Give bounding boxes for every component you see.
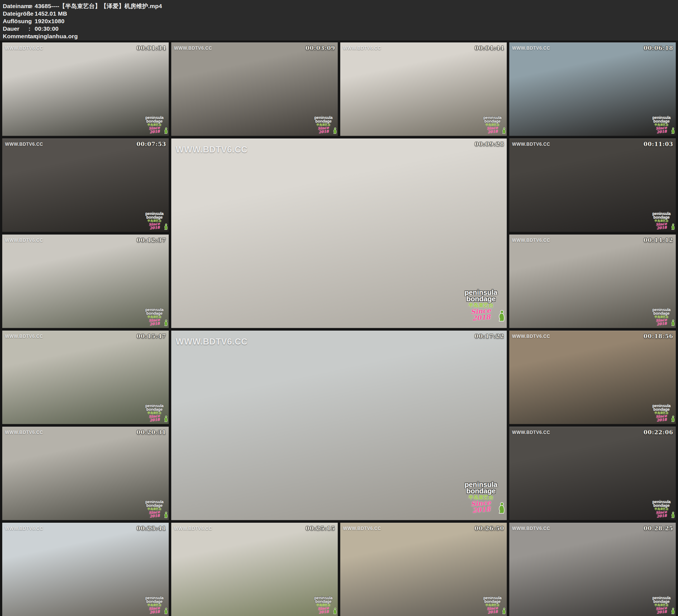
- meta-label: Dauer: [3, 25, 29, 32]
- timestamp-label: 00:17:22: [475, 333, 504, 340]
- video-thumbnail-1[interactable]: WWW.BDTV6.CC 00:01:34 peninsula bondage …: [2, 42, 169, 136]
- kneeling-figure-icon: [332, 127, 337, 134]
- studio-logo: peninsula bondage 半岛束艺台 Since 2018: [144, 116, 165, 134]
- kneeling-figure-icon: [501, 607, 506, 615]
- studio-logo-line2: bondage: [482, 119, 503, 123]
- video-thumbnail-3[interactable]: WWW.BDTV6.CC 00:04:44 peninsula bondage …: [340, 42, 507, 136]
- site-watermark: WWW.BDTV6.CC: [512, 334, 550, 339]
- kneeling-figure-icon: [670, 319, 675, 326]
- filesize-value: 1452.01 MB: [35, 10, 67, 17]
- studio-logo-since: Since 2018: [312, 125, 335, 134]
- meta-label: Kommentar: [3, 32, 29, 40]
- meta-separator: :: [29, 2, 35, 10]
- meta-row-aufloesung: Auflösung:1920x1080: [3, 17, 678, 25]
- studio-logo: peninsula bondage 半岛束艺台 Since 2018: [144, 308, 165, 326]
- kneeling-figure-icon: [163, 319, 168, 326]
- studio-logo-line2: bondage: [313, 600, 334, 604]
- studio-logo-since: Since 2018: [650, 317, 673, 327]
- meta-separator: :: [29, 32, 35, 40]
- video-thumbnail-14[interactable]: WWW.BDTV6.CC 00:22:06 peninsula bondage …: [509, 427, 676, 520]
- studio-logo-since: Since 2018: [650, 606, 673, 615]
- studio-logo-line2: bondage: [651, 503, 672, 507]
- site-watermark: WWW.BDTV6.CC: [5, 430, 43, 435]
- studio-logo: peninsula bondage 半岛束艺台 Since 2018: [651, 116, 672, 134]
- timestamp-label: 00:15:47: [137, 333, 166, 340]
- site-watermark: WWW.BDTV6.CC: [5, 238, 43, 243]
- meta-label: Auflösung: [3, 17, 29, 25]
- studio-logo-line2: bondage: [144, 408, 165, 411]
- site-watermark: WWW.BDTV6.CC: [512, 46, 550, 51]
- timestamp-label: 00:04:44: [475, 45, 504, 51]
- duration-value: 00:30:00: [35, 26, 59, 32]
- studio-logo-since: Since 2018: [312, 606, 335, 615]
- meta-row-dateigroesse: Dateigröße:1452.01 MB: [3, 10, 678, 17]
- site-watermark: WWW.BDTV6.CC: [174, 46, 212, 51]
- site-watermark: WWW.BDTV6.CC: [512, 526, 550, 531]
- kneeling-figure-icon: [501, 127, 506, 134]
- studio-logo: peninsula bondage 半岛束艺台 Since 2018: [313, 116, 334, 134]
- kneeling-figure-icon: [670, 415, 675, 422]
- site-watermark: WWW.BDTV6.CC: [343, 526, 381, 531]
- kneeling-figure-icon: [163, 127, 168, 134]
- studio-logo-since: Since 2018: [481, 606, 504, 615]
- kneeling-figure-icon: [496, 309, 505, 322]
- studio-logo: peninsula bondage 半岛束艺台 Since 2018: [461, 481, 501, 513]
- meta-separator: :: [29, 10, 35, 17]
- studio-logo: peninsula bondage 半岛束艺台 Since 2018: [144, 211, 165, 230]
- video-thumbnail-13[interactable]: WWW.BDTV6.CC 00:20:31 peninsula bondage …: [2, 427, 169, 520]
- video-thumbnail-18[interactable]: WWW.BDTV6.CC 00:28:25 peninsula bondage …: [509, 523, 676, 616]
- studio-logo-line2: bondage: [144, 119, 165, 123]
- kneeling-figure-icon: [163, 223, 168, 230]
- kneeling-figure-icon: [670, 511, 675, 518]
- studio-logo-since: Since 2018: [650, 125, 673, 134]
- studio-logo: peninsula bondage 半岛束艺台 Since 2018: [482, 116, 503, 134]
- video-thumbnail-10[interactable]: WWW.BDTV6.CC 00:15:47 peninsula bondage …: [2, 331, 169, 424]
- video-thumbnail-15[interactable]: WWW.BDTV6.CC 00:23:41 peninsula bondage …: [2, 523, 169, 616]
- studio-logo-since: Since 2018: [461, 498, 501, 515]
- timestamp-label: 00:26:50: [475, 525, 504, 532]
- site-watermark: WWW.BDTV6.CC: [5, 526, 43, 531]
- timestamp-label: 00:14:12: [644, 237, 673, 243]
- meta-row-dateiname: Dateiname:43685----【半岛束艺台】【泽爱】机房维护.mp4: [3, 2, 678, 10]
- meta-row-kommentar: Kommentar:qinglanhua.org: [3, 32, 678, 40]
- studio-logo-since: Since 2018: [481, 125, 504, 134]
- video-thumbnail-16[interactable]: WWW.BDTV6.CC 00:25:15 peninsula bondage …: [171, 523, 338, 616]
- studio-logo-line2: bondage: [144, 215, 165, 219]
- video-thumbnail-4[interactable]: WWW.BDTV6.CC 00:06:18 peninsula bondage …: [509, 42, 676, 136]
- studio-logo-line2: bondage: [651, 311, 672, 315]
- studio-logo-line2: bondage: [461, 487, 501, 494]
- video-thumbnail-12[interactable]: WWW.BDTV6.CC 00:18:56 peninsula bondage …: [509, 331, 676, 424]
- video-thumbnail-6[interactable]: WWW.BDTV6.CC 00:09:28 peninsula bondage …: [171, 139, 507, 328]
- studio-logo: peninsula bondage 半岛束艺台 Since 2018: [144, 404, 165, 422]
- site-watermark: WWW.BDTV6.CC: [512, 142, 550, 147]
- meta-row-dauer: Dauer:00:30:00: [3, 25, 678, 32]
- studio-logo-since: Since 2018: [143, 125, 166, 134]
- studio-logo-line2: bondage: [144, 600, 165, 604]
- kneeling-figure-icon: [163, 607, 168, 615]
- studio-logo: peninsula bondage 半岛束艺台 Since 2018: [144, 596, 165, 614]
- kneeling-figure-icon: [496, 502, 505, 515]
- studio-logo-since: Since 2018: [143, 317, 166, 327]
- video-thumbnail-17[interactable]: WWW.BDTV6.CC 00:26:50 peninsula bondage …: [340, 523, 507, 616]
- video-thumbnail-5[interactable]: WWW.BDTV6.CC 00:07:53 peninsula bondage …: [2, 139, 169, 232]
- studio-logo-since: Since 2018: [650, 222, 673, 231]
- timestamp-label: 00:22:06: [644, 429, 673, 436]
- timestamp-label: 00:23:41: [137, 525, 166, 532]
- meta-label: Dateigröße: [3, 10, 29, 17]
- timestamp-label: 00:20:31: [137, 429, 166, 436]
- timestamp-label: 00:09:28: [475, 141, 504, 147]
- video-thumbnail-11[interactable]: WWW.BDTV6.CC 00:17:22 peninsula bondage …: [171, 331, 507, 520]
- video-thumbnail-8[interactable]: WWW.BDTV6.CC 00:12:37 peninsula bondage …: [2, 235, 169, 328]
- kneeling-figure-icon: [163, 511, 168, 518]
- timestamp-label: 00:11:03: [644, 141, 673, 147]
- video-thumbnail-7[interactable]: WWW.BDTV6.CC 00:11:03 peninsula bondage …: [509, 139, 676, 232]
- studio-logo: peninsula bondage 半岛束艺台 Since 2018: [482, 596, 503, 614]
- timestamp-label: 00:25:15: [306, 525, 335, 532]
- studio-logo: peninsula bondage 半岛束艺台 Since 2018: [651, 308, 672, 326]
- kneeling-figure-icon: [670, 223, 675, 230]
- video-thumbnail-2[interactable]: WWW.BDTV6.CC 00:03:09 peninsula bondage …: [171, 42, 338, 136]
- comment-value: qinglanhua.org: [35, 33, 78, 39]
- video-thumbnail-9[interactable]: WWW.BDTV6.CC 00:14:12 peninsula bondage …: [509, 235, 676, 328]
- metadata-header: Dateiname:43685----【半岛束艺台】【泽爱】机房维护.mp4 D…: [0, 0, 678, 40]
- site-watermark: WWW.BDTV6.CC: [5, 334, 43, 339]
